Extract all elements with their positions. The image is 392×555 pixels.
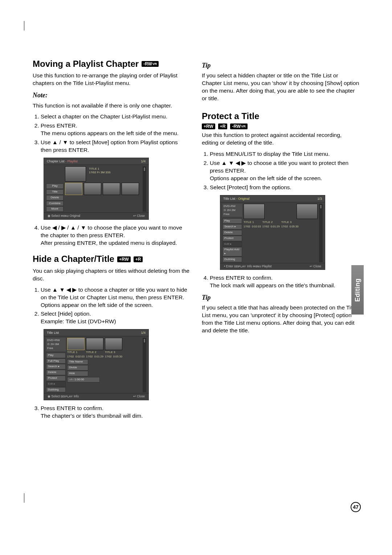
osd-button[interactable]: Delete [222,230,242,235]
intro-para: Use this function to protect against acc… [202,131,359,147]
crop-mark [24,493,24,503]
step-item: Use ▲ / ▼ to select [Move] option from P… [41,139,190,154]
steps-list: Select a chapter on the Chapter List-Pla… [41,113,190,154]
osd-header: Title List - Original 1/3 [220,195,325,202]
osd-button[interactable]: Search ▸ [222,224,242,230]
heading-moving-playlist: Moving a Playlist Chapter -RWVR [33,58,190,70]
osd-header: Chapter List - Playlist 1/4 [44,158,148,165]
crop-mark [24,21,24,31]
osd-button[interactable]: Title [46,189,64,195]
thumbnail [297,204,318,219]
osd-button[interactable]: Dubbing [46,387,66,393]
heading-text: Protect a Title [202,110,259,122]
osd-sidebar: DVD-RW ⊙ 2H 2M Free Play Search ▸ Delete… [222,204,242,262]
osd-title-list-original: Title List - Original 1/3 DVD-RW ⊙ 2H 2M… [220,195,325,270]
osd-button[interactable]: Full Play [46,358,66,364]
osd-button[interactable]: Dubbing [222,257,242,262]
osd-button[interactable]: Move [46,206,64,212]
badge-row: +RW +R -RWVR [202,123,359,129]
right-column: Tip If you select a hidden chapter or ti… [202,58,359,508]
osd-footer: • Enter ᴅɪsᴘʟᴀʏ Info ᴍᴇɴᴜ Playlist ↩ Clo… [220,263,325,270]
osd-scrollbar[interactable] [143,166,146,212]
step-item: Select [Hide] option. Example: Title Lis… [41,310,190,325]
osd-scrollbar[interactable] [319,204,323,262]
step-item: Use ▲ ▼ ◀ ▶ to choose a title you want t… [210,159,359,182]
section-tab-editing: Editing [351,265,364,315]
note-body: This function is not available if there … [33,102,190,110]
osd-main: TITLE 117/020:02:03 TITLE 217/020:01:29 … [244,204,318,262]
badge-rwvr: -RWVR [142,61,159,67]
step-item: Select [Protect] from the options. [210,184,359,191]
steps-list-cont: Press ENTER to confirm. The lock mark wi… [210,274,359,289]
badge-rwvr: -RWVR [230,123,247,129]
badge-plusr: +R [134,256,143,262]
note-label: Note: [33,91,190,100]
thumbnail [244,204,265,219]
thumbnail[interactable] [84,183,101,195]
step-item: Select a chapter on the Chapter List-Pla… [41,113,190,121]
badge-plusrw: +RW [117,256,131,262]
osd-sub-button[interactable]: Title Name [67,359,88,365]
badge-plusr: +R [218,123,228,129]
step-item: Press ENTER. The menu options appears on… [41,122,190,137]
osd-disc-info: DVD+RW ⊙ 2H 0M Free [46,338,66,351]
osd-button[interactable]: Edit ▸ [222,242,242,247]
osd-title-list-rw: Title List 1/4 DVD+RW ⊙ 2H 0M Free Play … [44,329,149,400]
steps-list: Press MENU/LIST to display the Title Lis… [210,150,359,191]
osd-sub-button[interactable]: Hide [67,371,88,376]
step-item: Press ENTER to confirm. The lock mark wi… [210,274,359,289]
osd-button[interactable]: Search ▸ [46,364,66,369]
page-number: 47 [351,502,361,512]
steps-list-cont: Use ◀ / ▶ / ▲ / ▼ to choose the place yo… [41,224,190,247]
osd-sidebar: Play Title Delete Combine Move [46,166,64,212]
osd-extra-row: --/-- 1:00:00 [67,377,100,382]
thumbnail[interactable] [67,338,85,350]
step-item: Press MENU/LIST to display the Title Lis… [210,150,359,158]
tip-body: If you select a hidden chapter or title … [202,72,359,102]
osd-button[interactable]: Protect [222,236,242,241]
badge-plusrw: +RW [202,123,215,129]
thumbnail[interactable] [65,183,82,195]
osd-button[interactable]: Delete [46,370,66,375]
intro-para: Use this function to re-arrange the play… [33,72,190,87]
steps-list: Use ▲ ▼ ◀ ▶ to choose a chapter or title… [41,286,190,326]
steps-list-cont: Press ENTER to confirm. The chapter's or… [41,405,190,420]
osd-button[interactable]: Combine [46,201,64,206]
osd-body: DVD+RW ⊙ 2H 0M Free Play Full Play Searc… [44,336,148,393]
osd-disc-info: DVD-RW ⊙ 2H 2M Free [222,204,242,217]
osd-sub-button[interactable]: Divide [67,365,88,370]
osd-header: Title List 1/4 [44,329,148,336]
step-item: Use ◀ / ▶ / ▲ / ▼ to choose the place yo… [41,224,190,247]
heading-protect-title: Protect a Title [202,110,359,122]
thumbnail[interactable] [86,338,103,350]
osd-sidebar: DVD+RW ⊙ 2H 0M Free Play Full Play Searc… [46,338,66,392]
tip-body: If you select a title that has already b… [202,304,359,335]
osd-button[interactable]: Play [46,353,66,358]
thumbnail [65,166,86,182]
step-item: Press ENTER to confirm. The chapter's or… [41,405,190,420]
osd-chapter-list: Chapter List - Playlist 1/4 Play Title D… [44,158,149,220]
intro-para: You can skip playing chapters or titles … [33,267,190,283]
thumbnail[interactable] [122,183,139,195]
osd-button[interactable]: Playlist Add ▸ [222,247,242,256]
osd-button[interactable]: Delete [46,195,64,200]
heading-hide-chapter: Hide a Chapter/Title +RW +R [33,253,190,265]
osd-footer: ◉ Select ᴍᴇɴᴜ Original ↩ Close [44,212,148,219]
osd-body: Play Title Delete Combine Move TITLE 1 1… [44,165,148,212]
osd-scrollbar[interactable] [143,338,146,392]
page-content: Moving a Playlist Chapter -RWVR Use this… [33,58,359,508]
osd-button[interactable]: Play [46,183,64,189]
osd-button[interactable]: Play [222,218,242,224]
thumbnail[interactable] [103,183,120,195]
osd-button[interactable]: Edit ▸ [46,381,66,387]
heading-text: Hide a Chapter/Title [33,253,114,265]
osd-body: DVD-RW ⊙ 2H 2M Free Play Search ▸ Delete… [220,202,325,263]
thumbnail[interactable] [105,338,122,350]
osd-main: TITLE 1 17/02 Fr 3M 33S [65,166,141,212]
tip-label: Tip [202,293,359,302]
left-column: Moving a Playlist Chapter -RWVR Use this… [33,58,190,508]
osd-main: TITLE 117/020:02:03 TITLE 217/020:01:29 … [67,338,141,392]
heading-text: Moving a Playlist Chapter [33,58,139,70]
tip-label: Tip [202,61,359,70]
osd-button[interactable]: Protect [46,376,66,381]
